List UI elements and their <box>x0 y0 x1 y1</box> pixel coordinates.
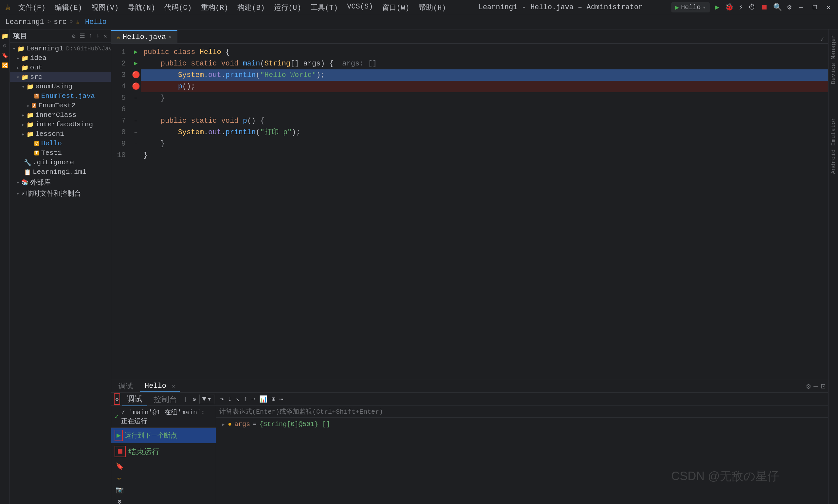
panel-settings-icon[interactable]: ⚙ <box>71 32 76 40</box>
bookmarks-icon[interactable]: 🔖 <box>1 52 9 59</box>
debug-btn-settings2[interactable]: ⚙ <box>114 497 124 504</box>
tree-item-external-libs[interactable]: ▸ 📚 外部库 <box>10 177 111 188</box>
step-into-btn[interactable]: ↓ <box>227 394 233 404</box>
menu-vcs[interactable]: VCS(S) <box>343 1 377 14</box>
thread-filter-btn[interactable]: ▼ ▾ <box>202 394 212 404</box>
panel-close-icon[interactable]: ✕ <box>103 32 108 40</box>
paren: ( <box>256 69 260 81</box>
gutter-item-3[interactable]: 🔴 <box>131 69 141 81</box>
project-icon[interactable]: 📁 <box>1 32 9 40</box>
tree-item-interfaceusing[interactable]: ▸ 📁 interfaceUsing <box>10 120 111 129</box>
tree-item-out[interactable]: ▸ 📁 out <box>10 63 111 72</box>
menu-window[interactable]: 窗口(W) <box>378 1 413 14</box>
settings-button[interactable]: ⚙ <box>787 3 791 12</box>
debug-tab-console[interactable]: 控制台 <box>149 393 182 406</box>
device-manager-label[interactable]: Device Manager <box>829 32 838 87</box>
thread-status-text: ✓ 'main'@1 在组'main': 正在运行 <box>121 408 212 426</box>
step-out-btn[interactable]: ↑ <box>242 394 249 404</box>
tree-item-lesson1[interactable]: ▸ 📁 lesson1 <box>10 129 111 139</box>
run-button[interactable]: ▶ <box>715 3 719 12</box>
maximize-button[interactable]: □ <box>810 3 819 12</box>
gutter-item-1[interactable]: ▶ <box>131 47 141 58</box>
check-icon[interactable]: ✓ <box>820 35 824 43</box>
git-icon[interactable]: 🔀 <box>1 61 9 69</box>
tree-item-hello[interactable]: C Hello <box>10 139 111 148</box>
more-btn[interactable]: ⋯ <box>278 394 284 404</box>
breadcrumb-project[interactable]: Learning1 <box>5 18 44 26</box>
stop-btn-box[interactable]: ⏹ <box>114 446 126 457</box>
breadcrumb-file[interactable]: ☕ Hello <box>76 18 107 26</box>
tree-item-enumusing[interactable]: ▾ 📁 enumUsing <box>10 82 111 91</box>
bottom-tab-hello[interactable]: Hello ✕ <box>140 381 180 392</box>
gutter-item-8[interactable]: — <box>131 127 141 138</box>
minimize-button[interactable]: — <box>797 3 805 12</box>
debug-btn-camera[interactable]: 📷 <box>114 485 124 494</box>
debug-btn-1[interactable]: 🔖 <box>114 461 124 471</box>
gutter-item-2[interactable]: ▶ <box>131 58 141 69</box>
filter-btn[interactable]: ▼ ▾ <box>199 394 214 404</box>
tree-item-enumtest2[interactable]: ▸ J EnumTest2 <box>10 101 111 110</box>
panel-header: 项目 ⚙ ☰ ↑ ↓ ✕ <box>10 30 111 42</box>
tree-item-src[interactable]: ▾ 📁 src <box>10 72 111 82</box>
tree-item-enumtest[interactable]: J EnumTest.java <box>10 91 111 101</box>
expand-panel-icon[interactable]: ⊡ <box>821 382 825 391</box>
panel-up-icon[interactable]: ↑ <box>88 32 93 40</box>
debug-frame-main[interactable]: ▶ 运行到下一个断点 <box>111 428 216 443</box>
panel-layout-icon[interactable]: ☰ <box>79 32 86 40</box>
menu-file[interactable]: 文件(F) <box>14 1 50 14</box>
search-everywhere[interactable]: 🔍 <box>773 3 782 12</box>
breadcrumb-src[interactable]: src <box>54 18 67 26</box>
profile-button[interactable]: ⏱ <box>748 3 755 12</box>
menu-code[interactable]: 代码(C) <box>160 1 196 14</box>
structure-icon[interactable]: ⚙ <box>1 42 9 50</box>
run-to-cursor-btn[interactable]: → <box>250 394 257 404</box>
tree-item-idea[interactable]: ▸ 📁 idea <box>10 53 111 63</box>
keyword: static <box>191 58 221 69</box>
bottom-tab-close[interactable]: ✕ <box>172 383 175 390</box>
resume-btn-box[interactable]: ▶ <box>114 430 123 441</box>
var-expand-arrow[interactable]: ▸ <box>221 420 225 428</box>
run-config-selector[interactable]: ▶ Hello ▾ <box>671 2 710 13</box>
close-button[interactable]: ✕ <box>824 3 833 12</box>
debug-btn-2[interactable]: ✏ <box>114 473 124 483</box>
stop-button[interactable]: ⏹ <box>761 3 768 12</box>
step-filter-btn[interactable]: ⚙ <box>189 394 200 404</box>
gutter-item-10 <box>131 149 141 161</box>
bottom-tab-debug[interactable]: 调试 <box>114 380 138 392</box>
menu-build[interactable]: 构建(B) <box>233 1 269 14</box>
tab-close-icon[interactable]: ✕ <box>168 34 172 40</box>
tree-item-test1[interactable]: T Test1 <box>10 148 111 158</box>
gutter-item-5[interactable]: — <box>131 92 141 104</box>
menu-tools[interactable]: 工具(T) <box>307 1 342 14</box>
tree-item-scratch[interactable]: ▸ ⚡ 临时文件和控制台 <box>10 188 111 199</box>
settings-icon[interactable]: ⚙ <box>806 382 811 391</box>
tree-item-innerclass[interactable]: ▸ 📁 innerClass <box>10 110 111 120</box>
git-file-icon: 🔧 <box>24 159 31 166</box>
trace-btn[interactable]: ⊞ <box>270 394 277 404</box>
menu-navigate[interactable]: 导航(N) <box>124 1 159 14</box>
debug-tab-threads[interactable]: 调试 <box>122 392 147 406</box>
tree-item-gitignore[interactable]: 🔧 .gitignore <box>10 158 111 167</box>
menu-help[interactable]: 帮助(H) <box>415 1 450 14</box>
menu-run[interactable]: 运行(U) <box>270 1 305 14</box>
menu-refactor[interactable]: 重构(R) <box>197 1 232 14</box>
minimize-panel-icon[interactable]: — <box>814 382 818 391</box>
code-content: public class Hello { public static void … <box>141 44 828 380</box>
tree-item-iml[interactable]: 📋 Learning1.iml <box>10 167 111 177</box>
menu-edit[interactable]: 编辑(E) <box>51 1 86 14</box>
debug-settings-btn[interactable]: ⚙ <box>114 393 120 405</box>
tree-item-learning1[interactable]: ▾ 📁 Learning1 D:\GitHub\JavaLearning\Lea… <box>10 44 111 53</box>
iml-icon: 📋 <box>24 168 31 176</box>
gutter-item-7[interactable]: — <box>131 115 141 127</box>
menu-view[interactable]: 视图(V) <box>87 1 123 14</box>
step-over-btn[interactable]: ↷ <box>219 394 225 404</box>
gutter-item-4[interactable]: 🔴 <box>131 81 141 92</box>
evaluate-btn[interactable]: 📊 <box>258 394 269 404</box>
panel-down-icon[interactable]: ↓ <box>95 32 100 40</box>
gutter-item-9[interactable]: — <box>131 138 141 149</box>
coverage-button[interactable]: ⚡ <box>739 3 743 12</box>
debug-button[interactable]: 🐞 <box>725 3 734 12</box>
editor-tab-hello[interactable]: ☕ Hello.java ✕ <box>111 30 177 43</box>
smart-step-into-btn[interactable]: ↘ <box>234 394 241 404</box>
android-emulator-label[interactable]: Android Emulator <box>829 115 838 177</box>
